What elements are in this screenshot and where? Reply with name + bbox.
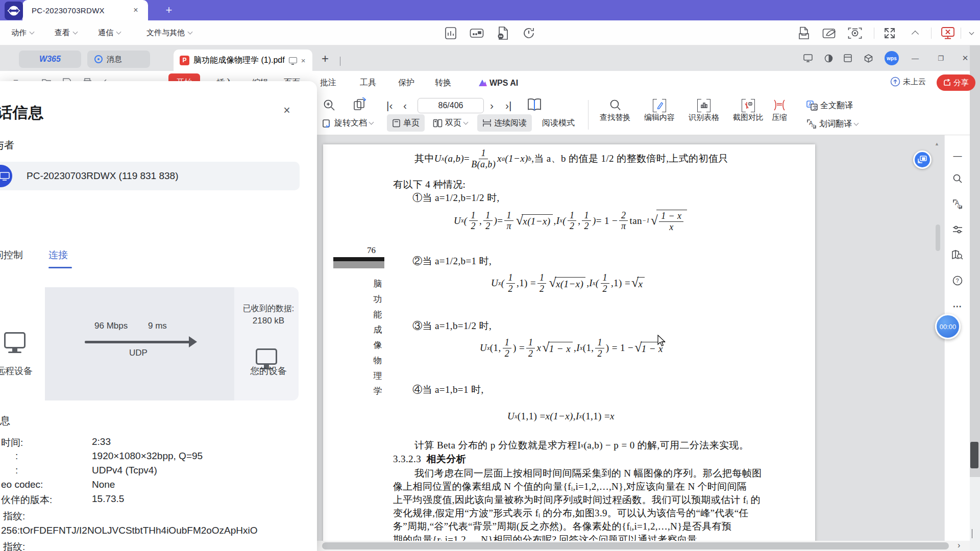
scroll-right-arrow-icon[interactable]: › [958, 541, 960, 550]
menu-view[interactable]: 查看 [55, 20, 77, 45]
formula: Ux(1,12) = 12x √1 − x,Ix(1,12) = 1 − √1 … [480, 338, 666, 359]
wps-ai-button[interactable]: WPS AI [478, 71, 518, 95]
screenshot-compare-button[interactable]: 截图对比 [733, 99, 764, 122]
find-replace-button[interactable]: 查找替换 [600, 99, 630, 122]
avatar[interactable]: wps [885, 51, 899, 65]
ribbon-tab-convert[interactable]: 转换 [435, 71, 451, 95]
text-line: 有以下 4 种情况: [393, 178, 465, 191]
navigation-pane-icon[interactable] [951, 248, 964, 262]
workspace-icon[interactable] [842, 53, 853, 64]
your-device-label: 您的设备 [238, 365, 299, 377]
chevron-down-icon [369, 120, 374, 125]
chevron-down-icon [30, 30, 35, 35]
scroll-down-chevron-icon[interactable] [972, 529, 972, 538]
active-tab-underline [48, 267, 72, 268]
menu-files-extras[interactable]: 文件与其他 [146, 20, 192, 45]
remote-doc-icon [289, 57, 297, 63]
paragraph-line: 像上相同位置的像素组成 N 个值的向量{fᵢ,i=1,2,…,N},对应该向量在… [393, 480, 811, 493]
cloud-status[interactable]: 未上云 [890, 77, 926, 87]
session-stats-icon[interactable] [443, 26, 458, 41]
zoom-icon[interactable] [323, 99, 335, 111]
pdf-file-icon: P [180, 56, 189, 65]
rotate-doc-button[interactable]: 旋转文档 [322, 111, 373, 135]
double-page-icon [433, 119, 443, 128]
more-options-chevron-icon[interactable] [964, 26, 979, 41]
horizontal-scrollbar-thumb[interactable] [322, 542, 949, 549]
rotate-pages-icon[interactable] [352, 97, 368, 113]
ribbon-tab-tools[interactable]: 工具 [360, 71, 376, 95]
menu-communication[interactable]: 通信 [98, 20, 120, 45]
screenshot-icon[interactable] [847, 26, 863, 41]
full-translate-button[interactable]: A文 全文翻译 [806, 97, 853, 114]
wps-ai-icon [478, 79, 487, 87]
cast-screen-icon[interactable] [802, 53, 814, 64]
close-button[interactable]: ✕ [960, 53, 971, 64]
apps-box-icon[interactable] [863, 53, 874, 64]
double-page-button[interactable]: 双页 [433, 111, 468, 135]
book-icon[interactable] [527, 98, 542, 112]
minimize-button[interactable]: — [910, 53, 921, 64]
connection-arrow-head [189, 336, 197, 347]
whiteboard-icon[interactable] [822, 26, 837, 41]
ribbon-tab-protect[interactable]: 保护 [398, 71, 414, 95]
prev-page-button[interactable]: ‹ [403, 98, 407, 113]
fingerprint2-label: 指纹: [3, 540, 25, 551]
read-mode-button[interactable]: 阅读模式 [542, 111, 575, 135]
paragraph-line: 我们考虑在同一层面上按相同时间间隔采集到的 N 幅图像的序列。那么把每帧图 [414, 467, 832, 480]
pdf-vertical-scrollbar-thumb[interactable] [936, 224, 940, 251]
tab-list-chevron-icon[interactable] [340, 57, 340, 66]
screen-share-float-button[interactable] [913, 151, 932, 169]
tab-messages[interactable]: 消息 [87, 51, 150, 68]
word-translate-button[interactable]: A中 划词翻译 [806, 115, 858, 133]
chevron-down-icon [188, 30, 193, 35]
collapse-toolbar-icon[interactable] [908, 26, 923, 41]
tab-connection-active[interactable]: 连接 [48, 248, 68, 262]
recognize-table-button[interactable]: 识别表格 [689, 99, 719, 122]
close-session-icon[interactable] [940, 26, 955, 41]
new-document-tab-button[interactable]: + [322, 52, 329, 66]
tab-access-control[interactable]: 问控制 [0, 248, 23, 262]
edit-content-button[interactable]: 编辑内容 [644, 99, 675, 122]
compress-button[interactable]: 压缩 [772, 99, 787, 122]
next-page-button[interactable]: › [490, 98, 494, 113]
search-icon[interactable] [951, 172, 964, 185]
new-session-tab-button[interactable]: + [162, 4, 176, 17]
remote-scrollbar-thumb[interactable] [970, 442, 978, 468]
single-page-button[interactable]: 单页 [387, 114, 425, 132]
panel-close-icon[interactable]: × [280, 104, 293, 117]
translate-icon[interactable]: A中 [951, 197, 964, 211]
menu-actions[interactable]: 动作 [11, 20, 34, 45]
translate-icon: A文 [806, 101, 818, 111]
upload-cloud-icon [890, 77, 900, 87]
first-page-button[interactable]: |‹ [386, 98, 393, 113]
file-transfer-icon[interactable] [495, 26, 510, 41]
session-timer-button[interactable]: 00:00 [935, 314, 961, 339]
pdf-document-area[interactable]: 76 脑 功 能 成 像 物 理 学 其中 Ux(a,b) = 1B(a,b)x… [317, 135, 970, 541]
ribbon-tab-annotate[interactable]: 批注 [320, 71, 336, 95]
credentials-icon[interactable] [469, 26, 484, 41]
theme-icon[interactable] [823, 53, 834, 64]
connection-arrow [85, 341, 190, 343]
tab-document-active[interactable]: P 脑功能成像物理学 (1).pdf × [174, 49, 312, 71]
continuous-read-button[interactable]: 连续阅读 [477, 114, 532, 132]
restore-button[interactable]: ❐ [935, 53, 946, 64]
remote-scrollbar-track[interactable] [970, 45, 980, 551]
word-translate-icon: A中 [806, 119, 817, 129]
partner-version-value: 15.73.5 [92, 493, 124, 505]
horizontal-scrollbar-track[interactable]: › [317, 541, 970, 551]
session-tab-close-icon[interactable]: × [131, 5, 141, 15]
tab-w365[interactable]: W365 [19, 51, 81, 68]
open-file-icon[interactable] [796, 26, 812, 41]
help-icon[interactable]: ? [951, 274, 964, 287]
scroll-up-arrow-icon[interactable]: ▲ [935, 141, 939, 146]
share-button[interactable]: 分享 [937, 74, 975, 91]
close-document-icon[interactable]: × [301, 56, 306, 65]
restart-icon[interactable] [521, 26, 536, 41]
more-icon[interactable]: ⋯ [951, 299, 964, 313]
fullscreen-icon[interactable] [882, 26, 897, 41]
resolution-value: 980×551×32bpp, Q=95 [92, 450, 203, 462]
last-page-button[interactable]: ›| [505, 98, 511, 113]
settings-sliders-icon[interactable] [951, 223, 964, 236]
collapse-icon[interactable]: — [951, 149, 964, 163]
session-tab[interactable]: PC-20230703RDWX × [22, 0, 148, 20]
